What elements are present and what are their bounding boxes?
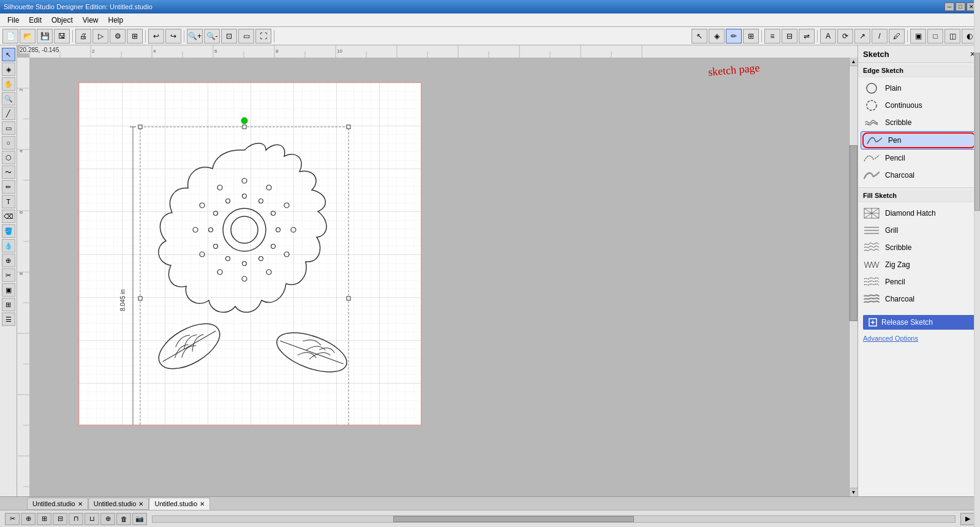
undo-button[interactable]: ↩ (148, 29, 164, 44)
camera-btn[interactable]: 📷 (132, 513, 147, 525)
select-all-btn[interactable]: ⊞ (37, 513, 51, 525)
maximize-button[interactable]: □ (956, 2, 965, 11)
line-tool[interactable]: ╱ (2, 107, 15, 120)
zoom-full-button[interactable]: ⛶ (255, 29, 271, 44)
pointer-tool[interactable]: ↖ (2, 48, 15, 61)
duplicate-btn[interactable]: ⊕ (100, 513, 115, 525)
node-tool[interactable]: ◈ (2, 63, 15, 76)
eraser-tool[interactable]: ⌫ (2, 210, 15, 223)
zoom-out-button[interactable]: 🔍- (204, 29, 220, 44)
line-tool-tb[interactable]: / (872, 29, 888, 44)
node-tool[interactable]: ◈ (709, 29, 725, 44)
scroll-right-btn[interactable]: ▶ (960, 513, 975, 525)
layers-btn[interactable]: ⊞ (2, 298, 15, 311)
save-as-button[interactable]: 🖫 (54, 29, 70, 44)
pen-tool-tb[interactable]: 🖊 (889, 29, 905, 44)
polygon-tool[interactable]: ⬡ (2, 151, 15, 164)
group-btn[interactable]: ⊓ (69, 513, 83, 525)
settings-button[interactable]: ⚙ (110, 29, 126, 44)
pencil-tool[interactable]: ✏ (2, 180, 15, 194)
minimize-button[interactable]: ─ (944, 2, 954, 11)
delete-btn[interactable]: 🗑 (116, 513, 131, 525)
edge-continuous-item[interactable]: Continuous (858, 97, 980, 114)
menu-help[interactable]: Help (104, 15, 129, 26)
menu-file[interactable]: File (2, 15, 24, 26)
panel-scroll-thumb[interactable] (974, 53, 980, 211)
zoom-in-button[interactable]: 🔍+ (187, 29, 203, 44)
ellipse-tool[interactable]: ○ (2, 136, 15, 150)
gradient-btn[interactable]: ◫ (944, 29, 960, 44)
redo-button[interactable]: ↪ (165, 29, 181, 44)
vertical-scrollbar[interactable]: ▲ ▼ (849, 58, 858, 496)
weld-tool[interactable]: ⊕ (2, 254, 15, 267)
fill-tool[interactable]: 🪣 (2, 224, 15, 238)
tab-1[interactable]: Untitled.studio ✕ (27, 498, 88, 510)
deselect-btn[interactable]: ⊟ (53, 513, 67, 525)
cut-select-btn[interactable]: ✂ (5, 513, 20, 525)
advanced-options-link[interactable]: Advanced Options (858, 332, 980, 344)
canvas-area[interactable]: // Ruler ticks drawn inline via SVG (17, 45, 858, 496)
edge-plain-item[interactable]: Plain (858, 80, 980, 97)
fill-color-btn[interactable]: ▣ (910, 29, 926, 44)
knife-tool[interactable]: ✂ (2, 268, 15, 282)
mirror-tool[interactable]: ⇌ (799, 29, 815, 44)
ungroup-btn[interactable]: ⊔ (85, 513, 99, 525)
text-tool[interactable]: T (2, 195, 15, 208)
zoom-tool[interactable]: 🔍 (2, 92, 15, 105)
edge-scribble-item[interactable]: Scribble (858, 114, 980, 131)
pan-tool[interactable]: ✋ (2, 77, 15, 91)
horizontal-scrollbar[interactable] (152, 515, 956, 523)
fill-charcoal-item[interactable]: Charcoal (858, 290, 980, 308)
fill-pencil-item[interactable]: Pencil (858, 273, 980, 290)
tab-1-close[interactable]: ✕ (78, 501, 83, 507)
menu-edit[interactable]: Edit (24, 15, 47, 26)
color-panel-btn[interactable]: ▣ (2, 283, 15, 297)
print-button[interactable]: 🖨 (75, 29, 91, 44)
menu-view[interactable]: View (78, 15, 104, 26)
warp-tool[interactable]: ↗ (854, 29, 870, 44)
svg-line-75 (163, 331, 216, 362)
svg-point-48 (242, 178, 247, 183)
align-tool[interactable]: ≡ (764, 29, 780, 44)
fill-diamond-hatch-item[interactable]: Diamond Hatch (858, 205, 980, 222)
eyedropper-tool[interactable]: 💧 (2, 239, 15, 252)
tab-3-close[interactable]: ✕ (200, 501, 205, 507)
menu-object[interactable]: Object (47, 15, 78, 26)
scroll-thumb-v[interactable] (850, 145, 858, 320)
scroll-thumb-h[interactable] (393, 516, 634, 522)
text-tool[interactable]: A (820, 29, 836, 44)
scroll-down-button[interactable]: ▼ (850, 488, 858, 496)
fill-grill-item[interactable]: Grill (858, 222, 980, 239)
edge-pencil-item[interactable]: Pencil (858, 150, 980, 167)
release-sketch-button[interactable]: Release Sketch (863, 315, 975, 330)
edge-pen-item[interactable]: Pen (861, 131, 978, 150)
zoom-page-button[interactable]: ▭ (238, 29, 254, 44)
reg-select-btn[interactable]: ⊕ (21, 513, 36, 525)
panel-scrollbar[interactable] (974, 45, 980, 496)
svg-point-71 (226, 199, 230, 203)
new-button[interactable]: 📄 (2, 29, 18, 44)
open-button[interactable]: 📂 (20, 29, 36, 44)
library-button[interactable]: ⊞ (127, 29, 143, 44)
scroll-up-button[interactable]: ▲ (850, 58, 858, 66)
distribute-tool[interactable]: ⊟ (782, 29, 797, 44)
page-canvas[interactable]: 6.820 in 8.045 in (78, 82, 421, 425)
grid-tool[interactable]: ⊞ (743, 29, 759, 44)
tab-2[interactable]: Untitled.studio ✕ (88, 498, 149, 510)
fill-scribble-item[interactable]: Scribble (858, 239, 980, 256)
fill-zigzag-item[interactable]: Zig Zag (858, 256, 980, 273)
zoom-fit-button[interactable]: ⊡ (221, 29, 237, 44)
save-button[interactable]: 💾 (37, 29, 53, 44)
library-btn[interactable]: ☰ (2, 313, 15, 326)
canvas-viewport[interactable]: sketch page (29, 58, 858, 496)
select-tool[interactable]: ↖ (692, 29, 707, 44)
send-button[interactable]: ▷ (92, 29, 108, 44)
freehand-tool[interactable]: 〜 (2, 165, 15, 179)
tab-2-close[interactable]: ✕ (138, 501, 143, 507)
rectangle-tool[interactable]: ▭ (2, 121, 15, 135)
stroke-color-btn[interactable]: □ (927, 29, 943, 44)
tab-3[interactable]: Untitled.studio ✕ (149, 498, 210, 510)
transform-tool[interactable]: ⟳ (837, 29, 853, 44)
sketch-tool[interactable]: ✏ (726, 29, 742, 44)
edge-charcoal-item[interactable]: Charcoal (858, 167, 980, 184)
